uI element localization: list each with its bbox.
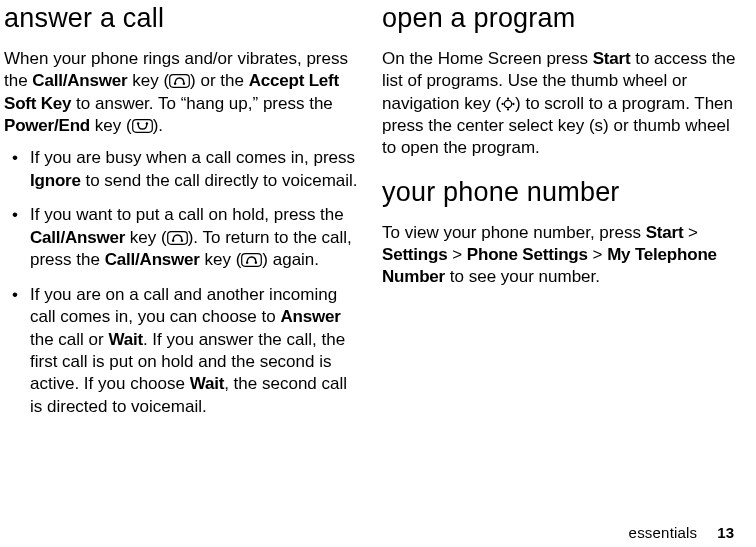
footer-page-number: 13 (717, 524, 734, 541)
start-label: Start (593, 49, 631, 68)
select-key-label: s (595, 116, 604, 135)
text: ). (153, 116, 163, 135)
text: ) or the (190, 71, 249, 90)
text: to see your number. (445, 267, 600, 286)
left-column: answer a call When your phone rings and/… (4, 0, 370, 547)
call-key-icon (167, 231, 188, 245)
phone-settings-label: Phone Settings (467, 245, 588, 264)
text: ) again. (262, 250, 319, 269)
text: key ( (125, 228, 167, 247)
wait-label: Wait (108, 330, 142, 349)
text: If you are busy when a call comes in, pr… (30, 148, 355, 167)
wait-label: Wait (190, 374, 224, 393)
text: To view your phone number, press (382, 223, 646, 242)
list-item: If you are on a call and another incomin… (30, 284, 358, 419)
text: the call or (30, 330, 108, 349)
list-item: If you are busy when a call comes in, pr… (30, 147, 358, 192)
page-footer: essentials13 (629, 524, 734, 541)
path-separator: > (588, 245, 607, 264)
heading-answer-a-call: answer a call (4, 4, 358, 34)
ignore-label: Ignore (30, 171, 81, 190)
path-separator: > (683, 223, 698, 242)
nav-key-icon (501, 97, 515, 111)
start-label: Start (646, 223, 684, 242)
text: On the Home Screen press (382, 49, 593, 68)
manual-page: answer a call When your phone rings and/… (0, 0, 756, 547)
phone-number-body: To view your phone number, press Start >… (382, 222, 736, 289)
call-key-icon (241, 253, 262, 267)
text: If you want to put a call on hold, press… (30, 205, 344, 224)
footer-section-name: essentials (629, 524, 698, 541)
heading-your-phone-number: your phone number (382, 178, 736, 208)
heading-open-a-program: open a program (382, 4, 736, 34)
path-separator: > (447, 245, 466, 264)
settings-label: Settings (382, 245, 447, 264)
power-end-key-label: Power/End (4, 116, 90, 135)
text: key ( (127, 71, 169, 90)
call-answer-key-label: Call/Answer (30, 228, 125, 247)
open-program-body: On the Home Screen press Start to access… (382, 48, 736, 160)
text: key ( (200, 250, 242, 269)
call-answer-key-label: Call/Answer (32, 71, 127, 90)
right-column: open a program On the Home Screen press … (370, 0, 736, 547)
text: to answer. To “hang up,” press the (71, 94, 332, 113)
text: to send the call directly to voicemail. (81, 171, 358, 190)
call-key-icon (169, 74, 190, 88)
list-item: If you want to put a call on hold, press… (30, 204, 358, 271)
answer-label: Answer (280, 307, 340, 326)
answer-call-intro: When your phone rings and/or vibrates, p… (4, 48, 358, 138)
text: key ( (90, 116, 132, 135)
end-key-icon (132, 119, 153, 133)
call-answer-key-label: Call/Answer (105, 250, 200, 269)
answer-call-bullets: If you are busy when a call comes in, pr… (4, 147, 358, 418)
